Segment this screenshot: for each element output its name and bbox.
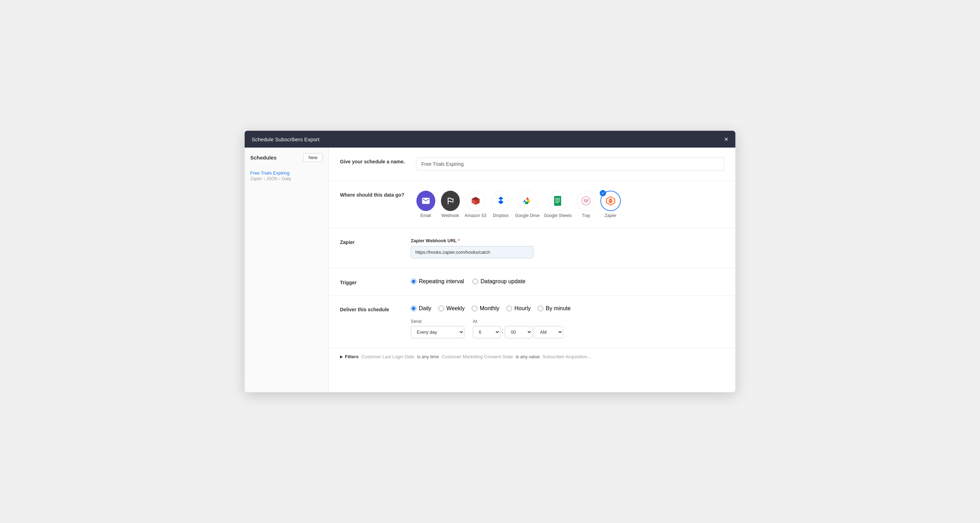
googlesheets-icon-wrap [547,191,568,211]
send-select[interactable]: Every day Every weekday Every weekend [411,326,465,338]
svg-point-10 [587,199,588,201]
freq-byminute-radio[interactable] [538,306,543,311]
sidebar-header: Schedules New [245,153,328,168]
zapier-section-label: Zapier [340,238,399,245]
freq-daily-label: Daily [419,305,431,312]
email-icon-bg [417,191,435,211]
new-schedule-button[interactable]: New [303,153,323,162]
at-label: At [473,319,563,324]
trigger-repeating-label: Repeating interval [419,278,464,285]
dropbox-icon-wrap [491,191,511,211]
minute-select[interactable]: 00153045 [505,326,532,338]
freq-hourly-radio[interactable] [506,306,512,311]
modal-header: Schedule Subscribers Export × [245,131,735,148]
destination-dropbox[interactable]: Dropbox [491,191,511,218]
amazons3-icon-wrap [466,191,486,211]
trigger-repeating-radio[interactable] [411,279,417,284]
googledrive-label: Google Drive [515,213,540,218]
zapier-label: Zapier [605,213,617,218]
destination-tray[interactable]: Tray [576,191,596,218]
modal-title: Schedule Subscribers Export [252,136,319,142]
dropbox-icon [496,196,506,206]
svg-rect-7 [555,202,559,203]
svg-rect-4 [555,198,560,199]
trigger-content: Repeating interval Datagroup update [411,278,724,285]
destination-googledrive[interactable]: Google Drive [515,191,540,218]
svg-point-9 [584,199,585,201]
time-colon: : [502,328,503,334]
dropbox-label: Dropbox [493,213,509,218]
amazons3-label: Amazon S3 [465,213,487,218]
webhook-label: Webhook [441,213,459,218]
required-asterisk: * [458,238,460,243]
destination-googlesheets[interactable]: Google Sheets [544,191,572,218]
webhook-icon-bg [441,191,460,211]
destination-webhook[interactable]: Webhook [440,191,461,218]
sidebar-item-free-trials[interactable]: Free Trials Expiring Zapier › JSON › Dai… [245,168,328,184]
close-button[interactable]: × [724,136,728,143]
main-content: Give your schedule a name. Where should … [329,148,735,392]
destinations-list: Email Webhook [416,191,724,218]
freq-daily-radio[interactable] [411,306,417,311]
googledrive-icon [523,196,532,206]
tray-icon-wrap [576,191,596,211]
freq-monthly-label: Monthly [480,305,500,312]
freq-daily[interactable]: Daily [411,305,431,312]
sidebar-item-name: Free Trials Expiring [250,170,323,176]
destination-email[interactable]: Email [416,191,436,218]
webhook-url-input[interactable] [411,246,533,258]
filters-toggle[interactable]: ▶ Filters [340,354,359,359]
googlesheets-icon [554,196,562,206]
freq-weekly[interactable]: Weekly [439,305,465,312]
freq-weekly-radio[interactable] [439,306,444,311]
svg-point-11 [585,201,587,203]
amazons3-icon [470,196,481,206]
hour-select[interactable]: 12345 6789 101112 [473,326,501,338]
sidebar-title: Schedules [250,154,277,161]
deliver-label: Deliver this schedule [340,305,399,312]
frequency-options: Daily Weekly Monthly Hourly [411,305,724,312]
destination-amazons3[interactable]: Amazon S3 [465,191,487,218]
tray-icon-bg [577,191,595,211]
freq-byminute-label: By minute [546,305,571,312]
tray-label: Tray [582,213,590,218]
filter-text-3: Subscriber Acquisition... [542,354,591,359]
amazons3-icon-bg [466,191,485,211]
send-label: Send [411,319,465,324]
schedule-time-row: Send Every day Every weekday Every weeke… [411,319,724,338]
schedule-name-input[interactable] [416,157,724,171]
googlesheets-icon-bg [548,191,567,211]
filter-text-1: Customer Last Login Date [361,354,414,359]
trigger-section: Trigger Repeating interval Datagroup upd… [329,269,735,296]
googledrive-icon-bg [518,191,537,211]
trigger-datagroup-radio[interactable] [473,279,478,284]
sidebar-item-meta: Zapier › JSON › Daily [250,176,323,181]
freq-hourly[interactable]: Hourly [506,305,531,312]
filters-label: Filters [345,354,359,359]
freq-byminute[interactable]: By minute [538,305,571,312]
sidebar: Schedules New Free Trials Expiring Zapie… [245,148,329,392]
zapier-check-badge [600,190,606,196]
filters-section: ▶ Filters Customer Last Login Date is an… [329,348,735,365]
deliver-content: Daily Weekly Monthly Hourly [411,305,724,338]
dropbox-icon-bg [492,191,510,211]
zapier-content: Zapier Webhook URL * [411,238,724,258]
freq-monthly-radio[interactable] [472,306,477,311]
trigger-datagroup-label: Datagroup update [480,278,525,285]
check-icon [601,191,605,195]
filter-bold-2: is any value [515,354,540,359]
freq-monthly[interactable]: Monthly [472,305,500,312]
deliver-section: Deliver this schedule Daily Weekly [329,296,735,348]
destination-zapier[interactable]: Zapier [600,191,621,218]
destination-label: Where should this data go? [340,191,404,198]
svg-rect-6 [555,201,560,202]
trigger-radio-group: Repeating interval Datagroup update [411,278,724,285]
trigger-repeating[interactable]: Repeating interval [411,278,464,285]
trigger-datagroup[interactable]: Datagroup update [473,278,525,285]
freq-hourly-label: Hourly [514,305,531,312]
email-icon [421,196,430,205]
name-section: Give your schedule a name. [329,148,735,181]
email-icon-wrap [416,191,436,211]
name-input-container [416,157,724,171]
ampm-select[interactable]: AMPM [534,326,563,338]
